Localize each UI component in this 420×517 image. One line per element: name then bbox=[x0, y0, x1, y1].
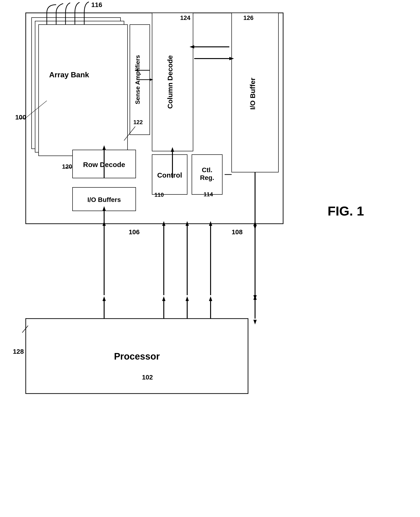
svg-line-31 bbox=[25, 101, 47, 118]
control-label: Control bbox=[157, 171, 182, 179]
processor-box bbox=[26, 319, 248, 394]
io-buffer-right-box bbox=[232, 13, 278, 172]
proc-arrow-5-down bbox=[253, 320, 257, 324]
proc-arrow-5-up bbox=[253, 295, 257, 300]
bus-arrow-5-down bbox=[253, 295, 257, 300]
ref-106-label: 106 bbox=[129, 228, 140, 236]
ref-116-label: 116 bbox=[91, 1, 102, 8]
ref-124: 124 bbox=[180, 14, 190, 21]
col-decode-box bbox=[152, 13, 193, 151]
ref-110: 110 bbox=[154, 192, 164, 198]
ref-120: 120 bbox=[62, 163, 72, 170]
arrow-left-sense bbox=[135, 69, 138, 71]
row-decode-box bbox=[73, 150, 136, 178]
bus-arrow-5-up bbox=[253, 221, 257, 226]
arrow-right-io bbox=[229, 57, 234, 60]
bus-arrow-3-up bbox=[186, 221, 189, 226]
io-buffers-inner-label: I/O Buffers bbox=[87, 196, 121, 203]
proc-arrow-4-up bbox=[209, 296, 212, 301]
page: 116 Array Bank Sense Amplifiers 122 Colu… bbox=[0, 0, 420, 517]
bus-arrow-1-up bbox=[103, 221, 106, 226]
svg-line-30 bbox=[22, 326, 28, 333]
io-buffer-right-label: I/O Buffer bbox=[249, 77, 256, 110]
sense-amp-box bbox=[130, 25, 150, 135]
proc-arrow-2-up bbox=[162, 296, 165, 301]
ref-114: 114 bbox=[203, 191, 213, 197]
sense-amp-label: Sense Amplifiers bbox=[134, 55, 141, 104]
bus-arrow-2-up bbox=[162, 221, 165, 226]
arrow-down-io-right bbox=[253, 225, 257, 230]
svg-rect-0 bbox=[32, 18, 120, 149]
ref-128: 128 bbox=[13, 348, 24, 355]
ref-126: 126 bbox=[243, 14, 253, 21]
proc-arrow-1-up bbox=[103, 296, 106, 301]
svg-rect-1 bbox=[35, 21, 124, 152]
chip-outline bbox=[26, 13, 283, 224]
ref-108-label: 108 bbox=[232, 228, 243, 236]
array-bank-label: Array Bank bbox=[49, 70, 89, 79]
row-decode-label: Row Decode bbox=[83, 161, 125, 169]
fig-1-label: FIG. 1 bbox=[328, 204, 364, 218]
ref-100: 100 bbox=[15, 114, 26, 121]
control-box bbox=[152, 154, 187, 194]
processor-label: Processor bbox=[114, 351, 160, 362]
arrow-up-col-decode bbox=[171, 147, 174, 152]
svg-line-8 bbox=[124, 126, 135, 140]
ref-122: 122 bbox=[133, 119, 143, 125]
arrow-left-col bbox=[189, 45, 194, 48]
diagram-svg: 116 Array Bank Sense Amplifiers 122 Colu… bbox=[0, 0, 420, 517]
proc-arrow-3-up bbox=[186, 296, 189, 301]
bus-arrow-4-up bbox=[209, 221, 212, 226]
ref-102: 102 bbox=[142, 374, 153, 381]
ctl-reg-label: Ctl. bbox=[202, 166, 212, 174]
ctl-reg-label2: Reg. bbox=[200, 174, 214, 181]
svg-rect-2 bbox=[39, 25, 128, 156]
arrow-up-row-decode bbox=[103, 145, 106, 150]
col-decode-label: Column Decode bbox=[166, 55, 174, 109]
ctl-reg-box bbox=[192, 154, 222, 194]
arrow-up-io-buf bbox=[103, 206, 106, 211]
arrow-right-col bbox=[150, 78, 153, 81]
io-buffers-inner-box bbox=[73, 187, 136, 211]
